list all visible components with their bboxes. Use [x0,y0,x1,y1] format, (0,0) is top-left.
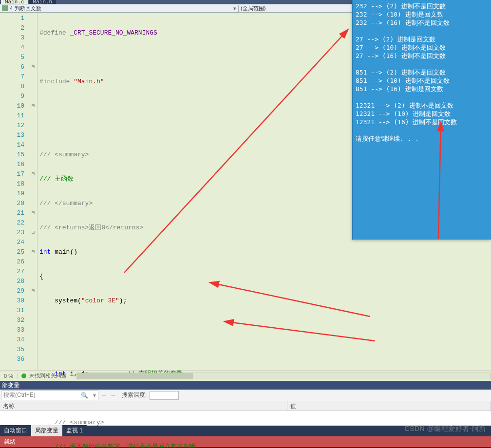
tab-main-h[interactable]: Main.h [29,0,57,4]
console-output: 232 --> (2) 进制不是回文数 232 --> (10) 进制是回文数 … [352,0,491,240]
chevron-down-icon: ▾ [233,5,236,12]
fold-gutter: ⊟⊟⊟⊟⊟⊟⊟ [29,13,37,370]
zoom-level[interactable]: 0 % [0,373,18,379]
horizontal-scrollbar[interactable] [76,373,491,379]
status-text: 就绪 [4,438,16,445]
tab-main-c[interactable]: Main.c [1,0,28,4]
scope-project-label: 4-判断回文数 [10,5,41,12]
scope-global-label: (全局范围) [241,5,265,12]
scope-project-dropdown[interactable]: 4-判断回文数 ▾ [0,5,239,12]
line-number-gutter: 1234567891011121314151617181920212223242… [0,13,29,370]
tab-auto[interactable]: 自动窗口 [0,425,31,436]
project-icon [2,5,8,11]
search-placeholder: 搜索(Ctrl+E) [3,391,36,399]
watermark: CSDN @编程爱好者-阿新 [405,425,486,433]
status-ok-icon [21,373,26,378]
